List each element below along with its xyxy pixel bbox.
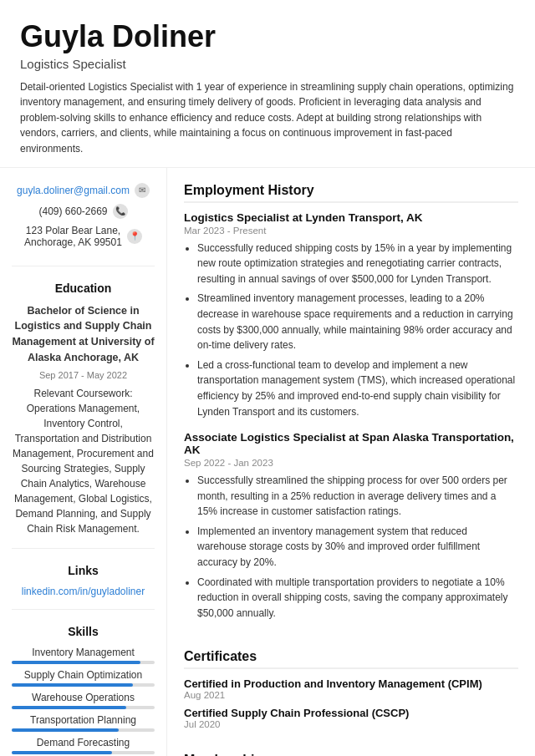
skill-item: Inventory Management (12, 647, 155, 664)
cert-name: Certified Supply Chain Professional (CSC… (184, 707, 518, 719)
job-block: Associate Logistics Specialist at Span A… (184, 431, 518, 621)
cert-date: Aug 2021 (184, 690, 518, 700)
candidate-summary: Detail-oriented Logistics Specialist wit… (20, 79, 515, 157)
skill-item: Warehouse Operations (12, 692, 155, 709)
address-value: 123 Polar Bear Lane,Anchorage, AK 99501 (24, 225, 122, 248)
job-bullet: Implemented an inventory management syst… (197, 524, 518, 571)
job-bullets: Successfully streamlined the shipping pr… (184, 473, 518, 621)
skill-name: Transportation Planning (30, 714, 136, 726)
job-bullet: Led a cross-functional team to develop a… (197, 358, 518, 419)
job-bullets: Successfully reduced shipping costs by 1… (184, 241, 518, 420)
certificates-label: Certificates (184, 649, 518, 669)
skill-name: Supply Chain Optimization (24, 669, 142, 681)
skill-bar-bg (12, 683, 155, 687)
job-bullet: Successfully reduced shipping costs by 1… (197, 241, 518, 287)
education-label: Education (12, 282, 155, 295)
candidate-title: Logistics Specialist (20, 57, 515, 71)
skill-bar-fill (12, 661, 140, 664)
skills-label: Skills (12, 625, 155, 638)
cert-name: Certified in Production and Inventory Ma… (184, 677, 518, 690)
skill-bar-fill (12, 706, 126, 709)
left-column: guyla.doliner@gmail.com ✉ (409) 660-2669… (0, 168, 167, 756)
phone-contact: (409) 660-2669 📞 (12, 204, 155, 219)
job-dates: Sep 2022 - Jan 2023 (184, 458, 518, 468)
certs-list: Certified in Production and Inventory Ma… (184, 677, 518, 729)
skills-section: Skills Inventory Management Supply Chain… (12, 625, 155, 756)
memberships-section: Memberships Council of Supply Chain Mana… (184, 753, 518, 756)
job-title: Logistics Specialist at Lynden Transport… (184, 211, 518, 224)
job-title: Associate Logistics Specialist at Span A… (184, 431, 518, 456)
skill-bar-fill (12, 728, 119, 732)
skill-bar-bg (12, 728, 155, 732)
phone-value: (409) 660-2669 (38, 205, 107, 217)
email-contact: guyla.doliner@gmail.com ✉ (12, 183, 155, 198)
skill-bar-fill (12, 751, 112, 754)
linkedin-link[interactable]: linkedin.com/in/guyladoliner (12, 586, 155, 597)
skills-list: Inventory Management Supply Chain Optimi… (12, 647, 155, 756)
email-value[interactable]: guyla.doliner@gmail.com (17, 185, 130, 196)
education-degree: Bachelor of Science in Logistics and Sup… (12, 303, 155, 366)
cert-date: Jul 2020 (184, 719, 518, 729)
location-icon: 📍 (127, 229, 142, 244)
skill-item: Demand Forecasting (12, 737, 155, 754)
coursework-label: Relevant Coursework: (12, 386, 155, 401)
cert-item: Certified Supply Chain Professional (CSC… (184, 707, 518, 729)
job-dates: Mar 2023 - Present (184, 226, 518, 236)
cert-item: Certified in Production and Inventory Ma… (184, 677, 518, 700)
skill-name: Warehouse Operations (32, 692, 135, 703)
job-block: Logistics Specialist at Lynden Transport… (184, 211, 518, 420)
phone-icon: 📞 (113, 204, 128, 219)
skill-bar-bg (12, 706, 155, 709)
resume-header: Guyla Doliner Logistics Specialist Detai… (0, 0, 535, 168)
right-column: Employment History Logistics Specialist … (167, 168, 535, 756)
employment-section: Employment History Logistics Specialist … (184, 183, 518, 633)
candidate-name: Guyla Doliner (20, 20, 515, 53)
links-label: Links (12, 564, 155, 577)
email-icon: ✉ (135, 183, 150, 198)
certificates-section: Certificates Certified in Production and… (184, 649, 518, 736)
address-contact: 123 Polar Bear Lane,Anchorage, AK 99501 … (12, 225, 155, 248)
contact-section: guyla.doliner@gmail.com ✉ (409) 660-2669… (12, 183, 155, 266)
job-bullet: Successfully streamlined the shipping pr… (197, 473, 518, 520)
job-bullet: Coordinated with multiple transportation… (197, 575, 518, 622)
education-dates: Sep 2017 - May 2022 (12, 368, 155, 383)
skill-item: Transportation Planning (12, 714, 155, 732)
skill-bar-fill (12, 683, 133, 687)
job-bullet: Streamlined inventory management process… (197, 291, 518, 353)
coursework-content: Operations Management, Inventory Control… (12, 401, 155, 536)
skill-item: Supply Chain Optimization (12, 669, 155, 687)
jobs-list: Logistics Specialist at Lynden Transport… (184, 211, 518, 622)
skill-name: Demand Forecasting (37, 737, 130, 748)
skill-bar-bg (12, 751, 155, 754)
skill-bar-bg (12, 661, 155, 664)
education-section: Education Bachelor of Science in Logisti… (12, 282, 155, 550)
links-section: Links linkedin.com/in/guyladoliner (12, 564, 155, 610)
employment-label: Employment History (184, 183, 518, 203)
memberships-label: Memberships (184, 753, 518, 756)
skill-name: Inventory Management (32, 647, 135, 658)
